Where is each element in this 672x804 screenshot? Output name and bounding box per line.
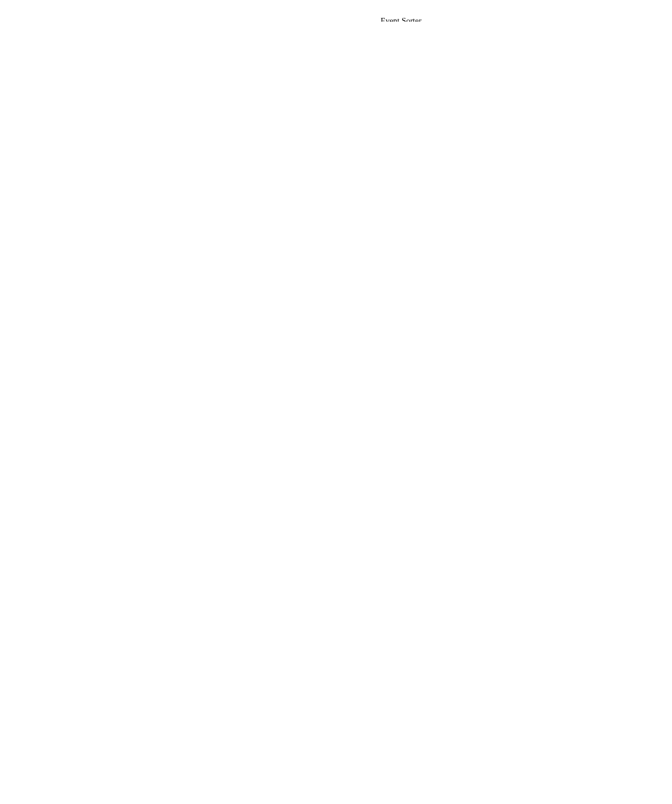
event-sorter-title: Event Sorter 170 xyxy=(374,16,428,22)
event-sorter-label: Event Sorter xyxy=(380,16,421,22)
